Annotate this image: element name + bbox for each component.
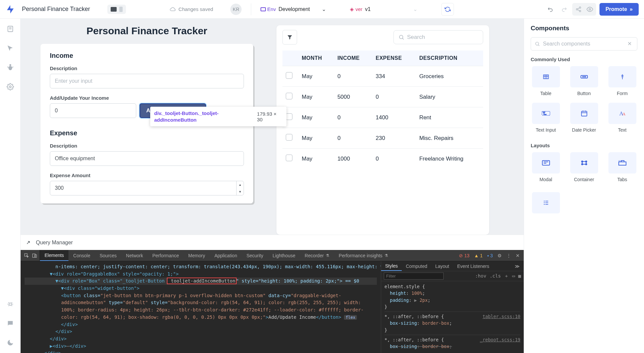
- col-expense[interactable]: EXPENSE: [373, 51, 416, 66]
- devtools-tab-network[interactable]: Network: [121, 250, 148, 261]
- styles-tab-event-listeners[interactable]: Event Listeners: [453, 261, 493, 271]
- table-search-input[interactable]: [407, 34, 478, 41]
- table-row[interactable]: May 1000 0 Freelance Writing: [282, 149, 483, 169]
- income-desc-input[interactable]: [50, 74, 244, 88]
- component-button[interactable]: [570, 66, 598, 87]
- debug-icon[interactable]: [7, 64, 14, 71]
- avatar[interactable]: KR: [230, 4, 242, 15]
- devtools-tab-sources[interactable]: Sources: [95, 250, 121, 261]
- devtools-tab-security[interactable]: Security: [242, 250, 268, 261]
- styles-tab-computed[interactable]: Computed: [402, 261, 431, 271]
- share-icon: [576, 6, 582, 12]
- device-preview-toggle[interactable]: [107, 5, 126, 14]
- support-icon[interactable]: [7, 300, 14, 308]
- row-checkbox[interactable]: [286, 72, 292, 79]
- cell-expense: 0: [373, 87, 416, 107]
- row-checkbox[interactable]: [286, 113, 292, 120]
- devtools-tab-console[interactable]: Console: [68, 250, 95, 261]
- version-select[interactable]: ◈ ver v1 ⌄: [350, 6, 417, 12]
- add-rule-icon[interactable]: ＋: [504, 273, 509, 279]
- css-rules[interactable]: element.style { height: 100%; padding: ▶…: [381, 281, 524, 352]
- divider: [251, 3, 251, 15]
- query-manager-bar[interactable]: Query Manager: [21, 235, 524, 250]
- expense-desc-input[interactable]: [50, 151, 244, 166]
- styles-filter-input[interactable]: [384, 273, 444, 280]
- share-button[interactable]: [574, 4, 584, 14]
- theme-toggle-icon[interactable]: [7, 339, 14, 346]
- table-row[interactable]: May 5000 0 Salary: [282, 87, 483, 107]
- component-form[interactable]: [608, 66, 636, 87]
- promote-button[interactable]: Promote »: [599, 3, 639, 16]
- table-row[interactable]: May 0 1400 Rent: [282, 107, 483, 128]
- settings-gear-icon[interactable]: ⚙: [497, 253, 502, 258]
- component-item[interactable]: [532, 192, 560, 213]
- devtools-tab-recorder[interactable]: Recorder⚗: [300, 250, 334, 261]
- devtools-tab-memory[interactable]: Memory: [184, 250, 210, 261]
- devtools-tab-application[interactable]: Application: [210, 250, 242, 261]
- warning-count[interactable]: ▲ 1: [474, 253, 483, 258]
- error-count[interactable]: ⊘ 13: [459, 253, 469, 258]
- row-checkbox[interactable]: [286, 155, 292, 161]
- redo-button[interactable]: [559, 4, 569, 14]
- svg-rect-31: [581, 111, 587, 116]
- device-icon[interactable]: ▭: [512, 273, 515, 279]
- svg-line-19: [538, 45, 539, 46]
- filter-button[interactable]: [282, 30, 297, 45]
- number-spinner[interactable]: ▲▼: [236, 181, 244, 195]
- income-amount-input[interactable]: [50, 103, 136, 118]
- env-select[interactable]: Env Development ⌄: [261, 6, 326, 12]
- cell-desc: Rent: [416, 107, 483, 128]
- preview-button[interactable]: [585, 4, 595, 14]
- svg-point-0: [579, 7, 581, 8]
- devtools-tab-elements[interactable]: Elements: [40, 250, 68, 261]
- styles-tab-layout[interactable]: Layout: [431, 261, 453, 271]
- component-modal[interactable]: [532, 152, 560, 174]
- devtools-tab-lighthouse[interactable]: Lighthouse: [268, 250, 300, 261]
- cell-income: 0: [334, 128, 372, 149]
- computed-icon[interactable]: ▦: [518, 273, 521, 279]
- env-icon: [261, 7, 266, 11]
- device-toolbar-icon[interactable]: [32, 253, 37, 258]
- inspect-icon[interactable]: [7, 45, 14, 52]
- income-amount-label: Add/Update Your Income: [50, 95, 244, 101]
- svg-point-41: [586, 161, 587, 162]
- expense-amount-input[interactable]: [50, 181, 244, 195]
- income-heading: Income: [50, 52, 244, 59]
- component-text[interactable]: AA: [608, 103, 636, 124]
- table-row[interactable]: May 0 230 Misc. Repairs: [282, 128, 483, 149]
- svg-point-1: [576, 8, 578, 10]
- component-tabs[interactable]: [608, 152, 636, 174]
- undo-button[interactable]: [546, 4, 556, 14]
- pages-icon[interactable]: [7, 25, 14, 33]
- row-checkbox[interactable]: [286, 134, 292, 141]
- filter-icon: [287, 34, 293, 40]
- row-checkbox[interactable]: [286, 93, 292, 99]
- component-table[interactable]: [532, 66, 560, 87]
- col-month[interactable]: MONTH: [298, 51, 334, 66]
- devtools-tab-performance-insights[interactable]: Performance insights⚗: [334, 250, 393, 261]
- settings-icon[interactable]: [7, 83, 14, 90]
- inspect-element-icon[interactable]: [24, 253, 29, 258]
- cell-month: May: [298, 107, 334, 128]
- devtools-tab-performance[interactable]: Performance: [148, 250, 183, 261]
- col-description[interactable]: DESCRIPTION: [416, 51, 483, 66]
- more-icon[interactable]: ⋮: [506, 253, 511, 258]
- cell-expense: 1400: [373, 107, 416, 128]
- comment-icon[interactable]: [7, 320, 14, 327]
- component-text-input[interactable]: T..: [532, 103, 560, 124]
- styles-tab-styles[interactable]: Styles: [381, 261, 402, 271]
- component-date-picker[interactable]: [570, 103, 598, 124]
- close-devtools-icon[interactable]: ✕: [516, 253, 520, 258]
- hov-toggle[interactable]: :hov: [475, 273, 486, 279]
- table-row[interactable]: May 0 334 Groceries: [282, 66, 483, 87]
- cls-toggle[interactable]: .cls: [489, 273, 501, 279]
- dom-tree[interactable]: n-items: center; justify-content: center…: [21, 261, 381, 353]
- styles-more-icon[interactable]: ≫: [511, 261, 524, 271]
- svg-point-13: [399, 35, 403, 39]
- info-count[interactable]: ▪ 3: [487, 253, 493, 258]
- reload-button[interactable]: [441, 3, 454, 16]
- col-income[interactable]: INCOME: [334, 51, 372, 66]
- components-search-input[interactable]: [531, 37, 637, 51]
- component-container[interactable]: [570, 152, 598, 174]
- clear-icon[interactable]: ✕: [627, 41, 634, 47]
